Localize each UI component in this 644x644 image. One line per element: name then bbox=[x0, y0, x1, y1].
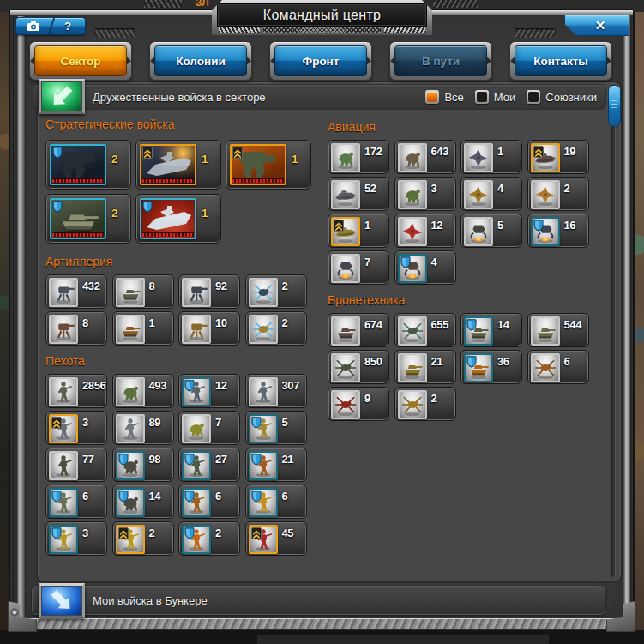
unit-cell[interactable]: 1 bbox=[328, 214, 389, 248]
unit-cell[interactable]: 21 bbox=[394, 350, 456, 384]
filter-союзники[interactable]: Союзники bbox=[527, 90, 597, 104]
unit-cell[interactable]: 52 bbox=[328, 177, 389, 211]
unit-cell[interactable]: 5 bbox=[245, 411, 307, 445]
unit-cell[interactable]: 307 bbox=[245, 374, 307, 408]
unit-icon bbox=[249, 451, 278, 480]
unit-cell[interactable]: 6 bbox=[245, 485, 307, 519]
unit-cell[interactable]: 98 bbox=[112, 448, 174, 482]
tab-contacts[interactable]: Контакты bbox=[509, 41, 612, 81]
unit-cell[interactable]: 1 bbox=[135, 140, 221, 190]
unit-cell[interactable]: 674 bbox=[328, 313, 389, 347]
unit-cell[interactable]: 2 bbox=[527, 177, 589, 211]
tab-front[interactable]: Фронт bbox=[269, 41, 372, 81]
unit-count: 1 bbox=[497, 145, 519, 158]
unit-cell[interactable]: 89 bbox=[112, 411, 174, 445]
unit-cell[interactable]: 12 bbox=[178, 374, 240, 408]
unit-cell[interactable]: 8 bbox=[45, 311, 107, 346]
unit-cell[interactable]: 16 bbox=[527, 214, 589, 248]
unit-cell[interactable]: 850 bbox=[328, 350, 389, 384]
unit-icon bbox=[464, 143, 493, 172]
unit-count: 5 bbox=[497, 219, 519, 232]
unit-count: 7 bbox=[215, 416, 237, 429]
unit-icon bbox=[116, 377, 145, 406]
unit-cell[interactable]: 92 bbox=[178, 274, 240, 309]
unit-cell[interactable]: 77 bbox=[45, 448, 107, 482]
unit-cell[interactable]: 432 bbox=[45, 274, 107, 309]
shield-badge-icon bbox=[400, 256, 411, 268]
tab-sector[interactable]: Сектор bbox=[29, 41, 132, 81]
unit-count: 8 bbox=[149, 280, 171, 292]
unit-icon bbox=[249, 488, 278, 517]
unit-cell[interactable]: 4 bbox=[394, 250, 456, 285]
unit-cell[interactable]: 3 bbox=[394, 177, 456, 211]
shield-badge-icon bbox=[466, 356, 477, 368]
unit-cell[interactable]: 5 bbox=[460, 214, 522, 248]
unit-cell[interactable]: 45 bbox=[245, 521, 307, 556]
unit-count: 3 bbox=[82, 416, 104, 429]
tab-intransit[interactable]: В пути bbox=[389, 41, 492, 81]
section-armor: Бронетехника674655145448502136692 bbox=[328, 293, 594, 421]
unit-icon bbox=[140, 144, 196, 185]
friendly-troops-header[interactable]: Дружественные войска в секторе ВсеМоиСою… bbox=[33, 84, 606, 110]
window-frame-bottom bbox=[10, 618, 633, 630]
unit-cell[interactable]: 2 bbox=[178, 521, 240, 556]
unit-cell[interactable]: 7 bbox=[328, 250, 389, 285]
unit-cell[interactable]: 2 bbox=[112, 521, 174, 556]
unit-cell[interactable]: 7 bbox=[178, 411, 240, 445]
background-bottombar bbox=[0, 630, 644, 644]
unit-count: 643 bbox=[431, 145, 453, 158]
unit-cell[interactable]: 1 bbox=[460, 140, 522, 174]
game-background-left bbox=[0, 0, 10, 644]
checkbox[interactable] bbox=[475, 90, 489, 104]
unit-count: 21 bbox=[282, 453, 304, 466]
unit-cell[interactable]: 6 bbox=[527, 350, 589, 384]
unit-count: 674 bbox=[364, 318, 386, 331]
tab-colonies[interactable]: Колонии bbox=[149, 41, 252, 81]
unit-cell[interactable]: 36 bbox=[460, 350, 522, 384]
camera-button[interactable] bbox=[16, 18, 51, 34]
unit-cell[interactable]: 3 bbox=[45, 411, 107, 445]
unit-cell[interactable]: 14 bbox=[460, 313, 522, 347]
unit-cell[interactable]: 1 bbox=[135, 194, 221, 244]
unit-icon bbox=[249, 278, 278, 307]
unit-cell[interactable]: 4 bbox=[460, 177, 522, 211]
unit-cell[interactable]: 6 bbox=[45, 485, 107, 519]
unit-cell[interactable]: 9 bbox=[328, 387, 389, 421]
unit-icon bbox=[49, 414, 78, 443]
unit-cell[interactable]: 14 bbox=[112, 485, 174, 519]
filter-label: Мои bbox=[494, 91, 515, 104]
unit-cell[interactable]: 2 bbox=[45, 140, 131, 190]
unit-cell[interactable]: 2856 bbox=[45, 374, 107, 408]
unit-cell[interactable]: 3 bbox=[45, 521, 107, 556]
unit-cell[interactable]: 2 bbox=[245, 274, 307, 309]
unit-cell[interactable]: 19 bbox=[527, 140, 589, 174]
unit-cell[interactable]: 1 bbox=[112, 311, 174, 346]
help-button[interactable]: ? bbox=[51, 18, 85, 34]
unit-cell[interactable]: 10 bbox=[178, 311, 240, 346]
unit-cell[interactable]: 655 bbox=[394, 313, 456, 347]
filter-group: ВсеМоиСоюзники bbox=[425, 90, 597, 104]
unit-cell[interactable]: 12 bbox=[394, 214, 456, 248]
filter-все[interactable]: Все bbox=[425, 90, 463, 104]
unit-cell[interactable]: 2 bbox=[245, 311, 307, 346]
unit-cell[interactable]: 493 bbox=[112, 374, 174, 408]
unit-cell[interactable]: 2 bbox=[45, 194, 131, 244]
section-title: Артиллерия bbox=[45, 255, 312, 269]
unit-cell[interactable]: 6 bbox=[178, 485, 240, 519]
checkbox[interactable] bbox=[527, 90, 540, 104]
unit-cell[interactable]: 27 bbox=[178, 448, 240, 482]
close-button[interactable]: ✕ bbox=[564, 15, 629, 36]
unit-cell[interactable]: 2 bbox=[394, 387, 456, 421]
unit-cell[interactable]: 172 bbox=[328, 140, 389, 174]
unit-cell[interactable]: 643 bbox=[394, 140, 456, 174]
unit-icon bbox=[464, 217, 493, 246]
unit-cell[interactable]: 8 bbox=[112, 274, 174, 309]
filter-мои[interactable]: Мои bbox=[475, 90, 515, 104]
bunker-troops-header[interactable]: Мои войска в Бункере bbox=[32, 586, 605, 615]
scrollbar-track[interactable] bbox=[611, 85, 616, 577]
scrollbar-thumb[interactable] bbox=[608, 85, 621, 127]
unit-cell[interactable]: 544 bbox=[527, 313, 589, 347]
checkbox[interactable] bbox=[425, 90, 439, 104]
unit-cell[interactable]: 1 bbox=[226, 140, 311, 190]
unit-cell[interactable]: 21 bbox=[245, 448, 307, 482]
